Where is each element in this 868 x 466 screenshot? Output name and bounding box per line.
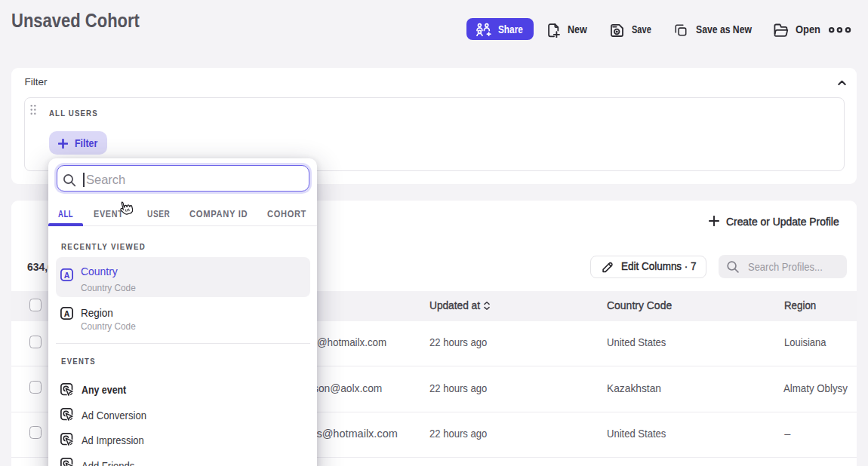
svg-text:A: A <box>63 308 69 317</box>
svg-text:A: A <box>64 271 70 280</box>
